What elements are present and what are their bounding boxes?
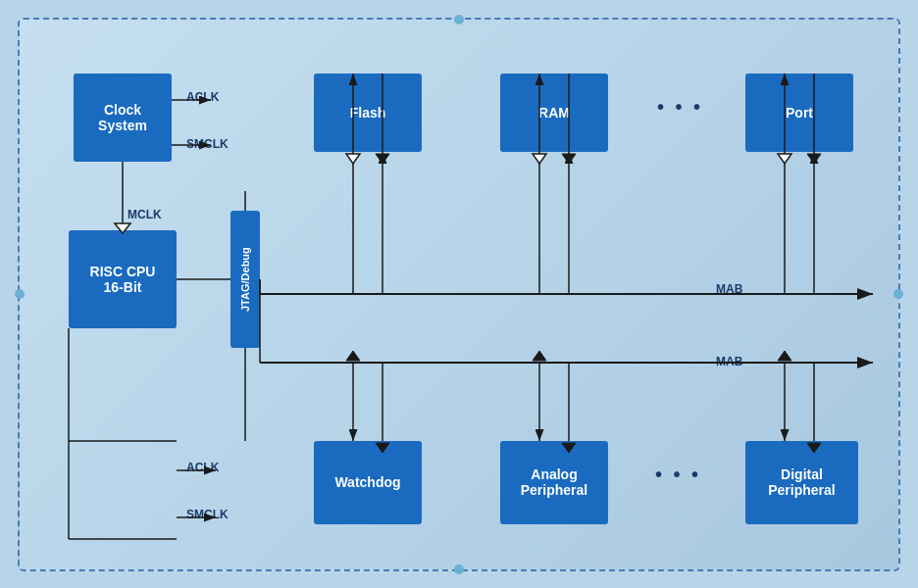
dot-top <box>454 15 464 24</box>
svg-marker-43 <box>778 351 791 361</box>
svg-marker-35 <box>562 154 576 164</box>
dot-right <box>893 289 903 299</box>
risc-cpu-block: RISC CPU 16-Bit <box>69 230 177 328</box>
dot-bottom <box>454 564 464 574</box>
digital-peripheral-block: Digital Peripheral <box>745 441 858 524</box>
flash-block: Flash <box>314 74 422 152</box>
svg-marker-25 <box>376 154 389 164</box>
svg-marker-31 <box>533 154 546 164</box>
svg-marker-23 <box>346 351 360 361</box>
diagram-container: Clock System RISC CPU 16-Bit JTAG/Debug … <box>18 18 900 571</box>
dot-left <box>15 289 25 299</box>
jtag-block: JTAG/Debug <box>230 211 260 348</box>
svg-marker-41 <box>778 154 791 164</box>
watchdog-block: Watchdog <box>314 441 422 524</box>
svg-marker-33 <box>533 351 546 361</box>
analog-peripheral-block: Analog Peripheral <box>500 441 608 524</box>
dots-top: • • • <box>657 96 703 119</box>
ram-block: RAM <box>500 74 608 152</box>
mab-bottom-label: MAB <box>716 355 742 368</box>
aclk-top-label: ACLK <box>186 90 219 104</box>
port-block: Port <box>745 74 853 152</box>
mclk-label: MCLK <box>128 208 162 221</box>
svg-marker-45 <box>807 154 821 164</box>
svg-marker-21 <box>346 154 360 164</box>
smclk-top-label: SMCLK <box>186 137 229 151</box>
clock-system-block: Clock System <box>74 74 172 162</box>
dots-bottom: • • • <box>655 464 701 486</box>
aclk-bottom-label: ACLK <box>186 461 219 474</box>
smclk-bottom-label: SMCLK <box>186 508 229 521</box>
mab-top-label: MAB <box>716 282 742 296</box>
